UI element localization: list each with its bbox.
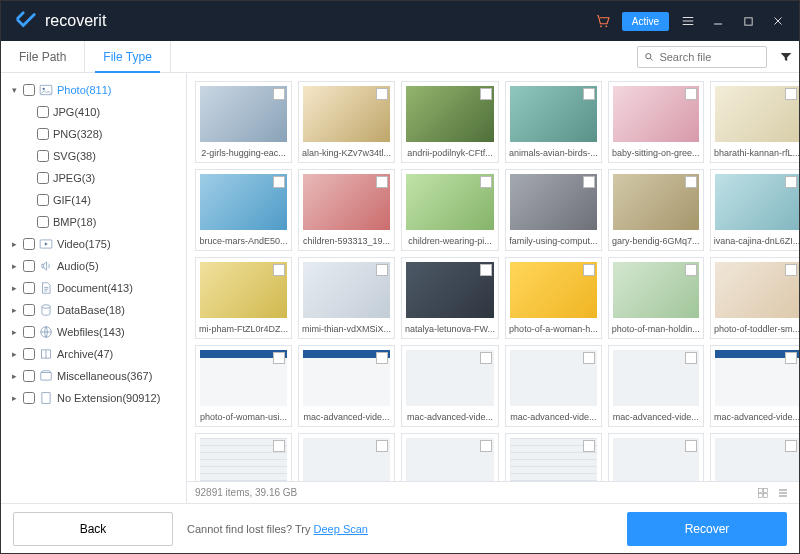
thumbnail-checkbox[interactable]	[583, 176, 595, 188]
thumbnail-checkbox[interactable]	[480, 440, 492, 452]
tree-node[interactable]: ▸Document(413)	[1, 277, 186, 299]
thumbnail-checkbox[interactable]	[273, 264, 285, 276]
file-thumbnail[interactable]	[505, 433, 602, 481]
tree-node-child[interactable]: BMP(18)	[1, 211, 186, 233]
file-thumbnail[interactable]: natalya-letunova-FW...	[401, 257, 499, 339]
close-button[interactable]	[763, 1, 793, 41]
thumbnail-checkbox[interactable]	[583, 440, 595, 452]
file-thumbnail[interactable]: mac-advanced-vide...	[401, 345, 499, 427]
node-checkbox[interactable]	[23, 370, 35, 382]
recover-button[interactable]: Recover	[627, 512, 787, 546]
node-checkbox[interactable]	[23, 348, 35, 360]
chevron-right-icon[interactable]: ▸	[9, 305, 19, 315]
node-checkbox[interactable]	[37, 172, 49, 184]
minimize-button[interactable]	[703, 1, 733, 41]
thumbnail-checkbox[interactable]	[785, 88, 797, 100]
filter-button[interactable]	[773, 41, 799, 73]
node-checkbox[interactable]	[37, 194, 49, 206]
thumbnail-checkbox[interactable]	[376, 352, 388, 364]
file-thumbnail[interactable]	[608, 433, 704, 481]
file-thumbnail[interactable]: photo-of-a-woman-h...	[505, 257, 602, 339]
tree-node[interactable]: ▸Video(175)	[1, 233, 186, 255]
file-thumbnail[interactable]: mac-advanced-vide...	[298, 345, 395, 427]
tree-node[interactable]: ▸DataBase(18)	[1, 299, 186, 321]
file-thumbnail[interactable]: bruce-mars-AndE50...	[195, 169, 292, 251]
tree-node-child[interactable]: JPG(410)	[1, 101, 186, 123]
file-thumbnail[interactable]: mac-advanced-vide...	[505, 345, 602, 427]
chevron-right-icon[interactable]: ▸	[9, 371, 19, 381]
node-checkbox[interactable]	[37, 216, 49, 228]
tree-node[interactable]: ▸Archive(47)	[1, 343, 186, 365]
tree-node[interactable]: ▸Miscellaneous(367)	[1, 365, 186, 387]
tab-file-type[interactable]: File Type	[85, 41, 170, 72]
tree-node[interactable]: ▾Photo(811)	[1, 79, 186, 101]
file-thumbnail[interactable]: andrii-podilnyk-CFtf...	[401, 81, 499, 163]
thumbnail-checkbox[interactable]	[480, 176, 492, 188]
tree-node-child[interactable]: SVG(38)	[1, 145, 186, 167]
back-button[interactable]: Back	[13, 512, 173, 546]
view-list-icon[interactable]	[775, 485, 791, 501]
file-thumbnail[interactable]: animals-avian-birds-...	[505, 81, 602, 163]
file-thumbnail[interactable]: mac-advanced-vide...	[710, 345, 799, 427]
thumbnail-checkbox[interactable]	[273, 352, 285, 364]
thumbnail-checkbox[interactable]	[273, 440, 285, 452]
thumbnail-checkbox[interactable]	[480, 352, 492, 364]
file-thumbnail[interactable]	[195, 433, 292, 481]
tree-node[interactable]: ▸Webfiles(143)	[1, 321, 186, 343]
file-thumbnail[interactable]: children-593313_19...	[298, 169, 395, 251]
activate-button[interactable]: Active	[622, 12, 669, 31]
file-thumbnail[interactable]: photo-of-toddler-sm...	[710, 257, 799, 339]
search-field[interactable]	[637, 46, 767, 68]
file-thumbnail[interactable]: gary-bendig-6GMq7...	[608, 169, 704, 251]
thumbnail-checkbox[interactable]	[583, 88, 595, 100]
file-thumbnail[interactable]: baby-sitting-on-gree...	[608, 81, 704, 163]
file-thumbnail[interactable]: alan-king-KZv7w34tl...	[298, 81, 395, 163]
thumbnail-checkbox[interactable]	[480, 264, 492, 276]
file-thumbnail[interactable]	[710, 433, 799, 481]
file-thumbnail[interactable]: photo-of-woman-usi...	[195, 345, 292, 427]
file-thumbnail[interactable]: family-using-comput...	[505, 169, 602, 251]
chevron-right-icon[interactable]: ▸	[9, 393, 19, 403]
node-checkbox[interactable]	[23, 260, 35, 272]
thumbnail-checkbox[interactable]	[273, 88, 285, 100]
cart-icon[interactable]	[588, 1, 618, 41]
node-checkbox[interactable]	[23, 326, 35, 338]
tree-node-child[interactable]: JPEG(3)	[1, 167, 186, 189]
thumbnail-checkbox[interactable]	[273, 176, 285, 188]
maximize-button[interactable]	[733, 1, 763, 41]
file-thumbnail[interactable]: ivana-cajina-dnL6ZI...	[710, 169, 799, 251]
tree-node-child[interactable]: PNG(328)	[1, 123, 186, 145]
chevron-right-icon[interactable]: ▸	[9, 283, 19, 293]
thumbnail-checkbox[interactable]	[376, 264, 388, 276]
chevron-right-icon[interactable]: ▸	[9, 327, 19, 337]
file-thumbnail[interactable]: mimi-thian-vdXMSiX...	[298, 257, 395, 339]
thumbnail-checkbox[interactable]	[583, 264, 595, 276]
file-thumbnail[interactable]: children-wearing-pi...	[401, 169, 499, 251]
file-thumbnail[interactable]: bharathi-kannan-rfL...	[710, 81, 799, 163]
thumbnail-checkbox[interactable]	[376, 176, 388, 188]
search-input[interactable]	[659, 51, 760, 63]
file-thumbnail[interactable]: mi-pham-FtZL0r4DZ...	[195, 257, 292, 339]
thumbnail-checkbox[interactable]	[480, 88, 492, 100]
tab-file-path[interactable]: File Path	[1, 41, 85, 72]
file-thumbnail[interactable]: 2-girls-hugging-eac...	[195, 81, 292, 163]
thumbnail-checkbox[interactable]	[785, 264, 797, 276]
thumbnail-checkbox[interactable]	[785, 440, 797, 452]
thumbnail-checkbox[interactable]	[785, 176, 797, 188]
tree-node[interactable]: ▸No Extension(90912)	[1, 387, 186, 409]
thumbnail-checkbox[interactable]	[685, 440, 697, 452]
node-checkbox[interactable]	[23, 238, 35, 250]
node-checkbox[interactable]	[37, 106, 49, 118]
file-thumbnail[interactable]: photo-of-man-holdin...	[608, 257, 704, 339]
file-thumbnail[interactable]	[401, 433, 499, 481]
sidebar-tree[interactable]: ▾Photo(811)JPG(410)PNG(328)SVG(38)JPEG(3…	[1, 73, 187, 503]
view-grid-icon[interactable]	[755, 485, 771, 501]
thumbnail-checkbox[interactable]	[685, 352, 697, 364]
thumbnail-checkbox[interactable]	[685, 176, 697, 188]
tree-node-child[interactable]: GIF(14)	[1, 189, 186, 211]
chevron-right-icon[interactable]: ▸	[9, 349, 19, 359]
thumbnail-checkbox[interactable]	[685, 264, 697, 276]
tree-node[interactable]: ▸Audio(5)	[1, 255, 186, 277]
deep-scan-link[interactable]: Deep Scan	[314, 523, 368, 535]
node-checkbox[interactable]	[23, 392, 35, 404]
